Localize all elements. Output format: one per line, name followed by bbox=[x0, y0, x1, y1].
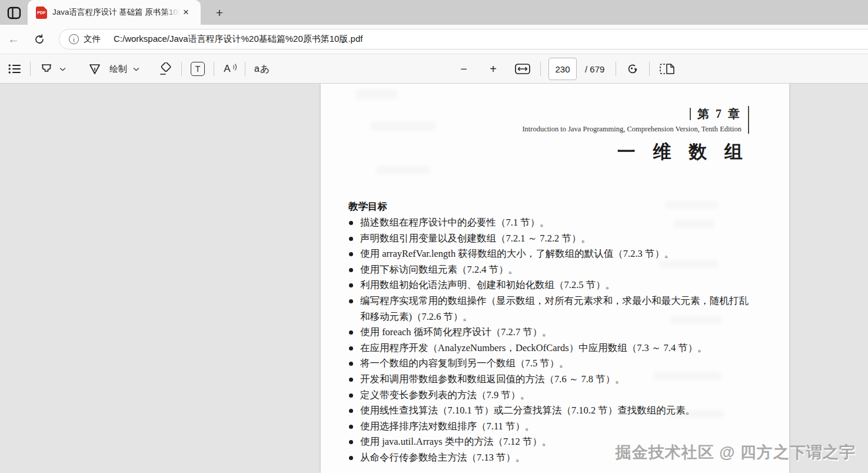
read-aloud-icon[interactable]: A bbox=[221, 59, 238, 78]
chapter-title: 一 维 数 组 bbox=[617, 140, 749, 164]
toolbar-divider bbox=[214, 62, 214, 76]
fit-to-width-icon[interactable] bbox=[513, 59, 533, 78]
reload-icon[interactable] bbox=[31, 31, 48, 48]
chapter-header: 第 7 章 Introduction to Java Programming, … bbox=[522, 106, 749, 134]
scan-smudge bbox=[674, 220, 715, 227]
highlighter-icon[interactable] bbox=[37, 59, 56, 78]
browser-window: PDF Java语言程序设计 基础篇 原书第10版.pdf × + ← i 文件… bbox=[0, 0, 868, 473]
page-total-label: / 679 bbox=[585, 64, 604, 74]
back-icon[interactable]: ← bbox=[5, 31, 22, 48]
eraser-glyph bbox=[158, 62, 172, 75]
objective-text: 从命令行传参数给主方法（7.13 节）。 bbox=[360, 452, 526, 463]
annotation-tools: 绘制 T A bbox=[6, 54, 272, 84]
fit-width-glyph bbox=[515, 64, 530, 74]
bullet-icon bbox=[349, 362, 353, 366]
file-scheme-label: 文件 bbox=[84, 34, 101, 45]
bullet-icon bbox=[349, 268, 353, 272]
objective-item: 利用数组初始化语法声明、创建和初始化数组（7.2.5 节）。 bbox=[348, 277, 751, 293]
objective-text: 使用下标访问数组元素（7.2.4 节）。 bbox=[360, 264, 518, 275]
toolbar-divider bbox=[649, 62, 650, 76]
bullet-icon bbox=[349, 299, 353, 303]
toc-glyph bbox=[8, 64, 21, 74]
browser-tab[interactable]: PDF Java语言程序设计 基础篇 原书第10版.pdf × bbox=[28, 0, 201, 25]
objectives-list: 描述数组在程序设计中的必要性（7.1 节）。声明数组引用变量以及创建数组（7.2… bbox=[348, 215, 751, 466]
objective-item: 将一个数组的内容复制到另一个数组（7.5 节）。 bbox=[348, 356, 751, 372]
pdf-page: 第 7 章 Introduction to Java Programming, … bbox=[321, 84, 789, 473]
eraser-icon[interactable] bbox=[156, 59, 175, 78]
objective-text: 使用选择排序法对数组排序（7.11 节）。 bbox=[360, 421, 534, 432]
objective-text: 声明数组引用变量以及创建数组（7.2.1 ～ 7.2.2 节）。 bbox=[360, 233, 591, 244]
translate-icon[interactable]: aあ bbox=[252, 59, 272, 78]
bullet-icon bbox=[349, 409, 353, 413]
objective-text: 使用 arrayRefVar.length 获得数组的大小，了解数组的默认值（7… bbox=[360, 248, 674, 259]
scan-smudge bbox=[659, 260, 718, 267]
toolbar-divider bbox=[30, 62, 31, 76]
objective-item: 声明数组引用变量以及创建数组（7.2.1 ～ 7.2.2 节）。 bbox=[348, 231, 751, 247]
objective-text: 使用 foreach 循环简化程序设计（7.2.7 节）。 bbox=[360, 326, 552, 338]
bullet-icon bbox=[349, 425, 353, 429]
tab-close-icon[interactable]: × bbox=[179, 6, 192, 19]
table-of-contents-icon[interactable] bbox=[6, 59, 24, 78]
objective-text: 使用 java.util.Arrays 类中的方法（7.12 节）。 bbox=[360, 436, 551, 447]
bullet-icon bbox=[349, 440, 353, 444]
bullet-icon bbox=[349, 378, 353, 382]
scan-smudge bbox=[356, 90, 397, 99]
pdf-icon-label: PDF bbox=[37, 11, 46, 15]
zoom-in-icon[interactable]: + bbox=[484, 59, 502, 78]
zoom-out-icon[interactable]: − bbox=[455, 59, 473, 78]
toolbar-divider bbox=[245, 62, 245, 76]
address-bar-row: ← i 文件 C:/workspace/Java语言程序设计%20基础篇%20原… bbox=[0, 25, 868, 54]
pdf-toolbar: 绘制 T A bbox=[0, 54, 868, 84]
sound-wave-icon bbox=[227, 62, 237, 72]
pdf-viewer[interactable]: 第 7 章 Introduction to Java Programming, … bbox=[0, 84, 868, 473]
address-input[interactable]: i 文件 C:/workspace/Java语言程序设计%20基础篇%20原书第… bbox=[59, 29, 868, 49]
info-icon[interactable]: i bbox=[69, 34, 79, 44]
objective-text: 将一个数组的内容复制到另一个数组（7.5 节）。 bbox=[360, 358, 569, 369]
bullet-icon bbox=[349, 221, 353, 225]
scan-smudge bbox=[653, 372, 721, 379]
bullet-icon bbox=[349, 346, 353, 350]
objective-item: 在应用程序开发（AnalyzeNumbers，DeckOfCards）中应用数组… bbox=[348, 340, 751, 356]
objective-text: 利用数组初始化语法声明、创建和初始化数组（7.2.5 节）。 bbox=[360, 279, 615, 290]
tab-title: Java语言程序设计 基础篇 原书第10版.pdf bbox=[52, 7, 179, 18]
bullet-icon bbox=[349, 252, 353, 256]
scan-smudge bbox=[671, 316, 721, 323]
bullet-icon bbox=[349, 237, 353, 241]
objectives-heading: 教学目标 bbox=[348, 200, 387, 213]
new-tab-button[interactable]: + bbox=[212, 5, 227, 21]
tab-layout-glyph bbox=[7, 6, 21, 19]
objective-text: 使用线性查找算法（7.10.1 节）或二分查找算法（7.10.2 节）查找数组的… bbox=[360, 405, 695, 416]
page-view-glyph bbox=[660, 63, 675, 75]
toolbar-divider bbox=[181, 62, 182, 76]
chapter-bar-left bbox=[690, 108, 691, 120]
objective-item: 使用 foreach 循环简化程序设计（7.2.7 节）。 bbox=[348, 325, 751, 340]
tab-strip: PDF Java语言程序设计 基础篇 原书第10版.pdf × + bbox=[0, 0, 868, 25]
scan-smudge bbox=[668, 411, 724, 418]
tab-layout-icon[interactable] bbox=[5, 5, 24, 21]
objective-text: 定义带变长参数列表的方法（7.9 节）。 bbox=[360, 389, 530, 401]
rotate-icon[interactable] bbox=[624, 59, 641, 78]
objective-item: 使用选择排序法对数组排序（7.11 节）。 bbox=[348, 419, 751, 435]
page-number-input[interactable] bbox=[548, 58, 577, 80]
objective-text: 在应用程序开发（AnalyzeNumbers，DeckOfCards）中应用数组… bbox=[360, 342, 707, 353]
text-box-icon[interactable]: T bbox=[188, 59, 207, 78]
objective-text: 描述数组在程序设计中的必要性（7.1 节）。 bbox=[360, 217, 550, 228]
highlighter-options-chevron-icon[interactable] bbox=[57, 66, 68, 72]
read-aloud-glyph: A bbox=[224, 63, 230, 75]
rotate-glyph bbox=[626, 62, 639, 75]
draw-pen-icon[interactable] bbox=[86, 59, 104, 78]
pdf-file-icon: PDF bbox=[36, 6, 47, 19]
objective-text: 开发和调用带数组参数和数组返回值的方法（7.6 ～ 7.8 节）。 bbox=[360, 373, 625, 385]
chapter-label: 第 7 章 bbox=[697, 106, 741, 122]
bullet-icon bbox=[349, 393, 353, 398]
page-controls: − + / 679 bbox=[455, 54, 677, 84]
toolbar-divider bbox=[616, 62, 616, 76]
draw-options-chevron-icon[interactable] bbox=[131, 66, 142, 72]
text-box-glyph: T bbox=[191, 62, 205, 76]
draw-label: 绘制 bbox=[109, 64, 127, 75]
objective-item: 使用 arrayRefVar.length 获得数组的大小，了解数组的默认值（7… bbox=[348, 246, 751, 262]
address-url: C:/workspace/Java语言程序设计%20基础篇%20原书第10版.p… bbox=[114, 34, 363, 45]
book-subtitle: Introduction to Java Programming, Compre… bbox=[522, 125, 741, 134]
page-view-icon[interactable] bbox=[657, 59, 677, 78]
toolbar-divider bbox=[540, 62, 541, 76]
